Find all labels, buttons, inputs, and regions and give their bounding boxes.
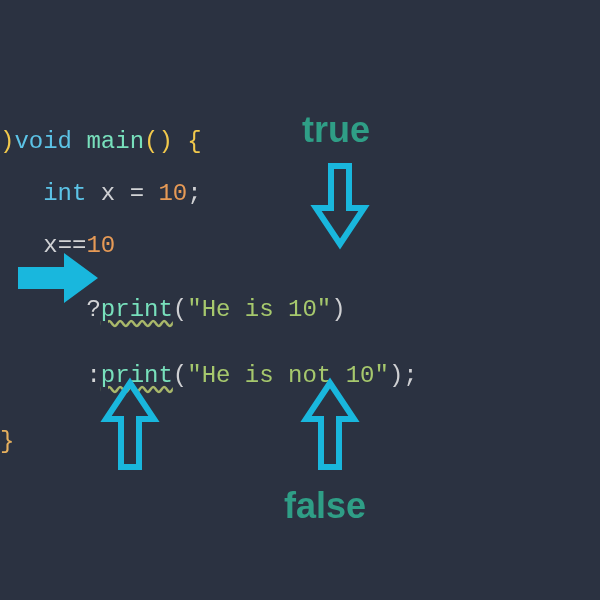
tok-lparen-2: ( xyxy=(173,362,187,389)
tok-rparen-1: ) xyxy=(331,296,345,323)
tok-brace-close: } xyxy=(0,428,14,455)
tok-str-1: "He is 10" xyxy=(187,296,331,323)
tok-void: void xyxy=(14,128,72,155)
label-false: false xyxy=(284,485,366,527)
tok-colon: : xyxy=(86,362,100,389)
svg-marker-3 xyxy=(306,383,354,467)
code-diagram: )void main() { int x = 10; x==10 ?print(… xyxy=(0,0,600,600)
code-block: )void main() { int x = 10; x==10 ?print(… xyxy=(0,106,58,600)
tok-paren-lead: ) xyxy=(0,128,14,155)
tok-int: int xyxy=(43,180,86,207)
arrow-right-solid xyxy=(14,249,104,307)
tok-lparen-1: ( xyxy=(173,296,187,323)
tok-semi: ; xyxy=(187,180,201,207)
arrow-down-true xyxy=(310,160,370,252)
tok-semi-2: ; xyxy=(403,362,417,389)
svg-marker-1 xyxy=(18,253,98,303)
label-true: true xyxy=(302,109,370,151)
tok-parens: () xyxy=(144,128,173,155)
tok-x: x xyxy=(101,180,115,207)
svg-marker-2 xyxy=(106,383,154,467)
arrow-up-right xyxy=(300,375,360,475)
tok-10: 10 xyxy=(158,180,187,207)
tok-print-1: print xyxy=(101,296,173,323)
tok-main: main xyxy=(86,128,144,155)
svg-marker-0 xyxy=(316,166,364,244)
tok-brace-open: { xyxy=(187,128,201,155)
tok-assign: = xyxy=(130,180,144,207)
tok-rparen-2: ) xyxy=(389,362,403,389)
arrow-up-left xyxy=(100,375,160,475)
code-line-6: } xyxy=(0,406,58,478)
